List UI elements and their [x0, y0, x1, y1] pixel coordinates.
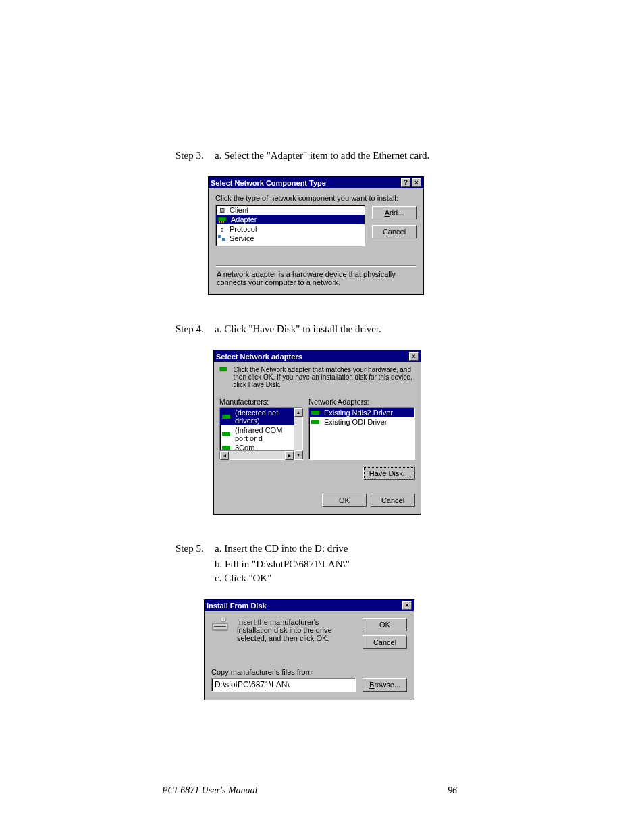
- dialog-select-component-type: Select Network Component Type ? × Click …: [208, 176, 424, 295]
- svg-rect-17: [311, 420, 319, 424]
- list-item-service[interactable]: Service: [216, 234, 365, 243]
- step-4-a: a. Click "Have Disk" to install the driv…: [215, 322, 486, 336]
- list-item-protocol[interactable]: Protocol: [216, 224, 365, 234]
- service-icon: [217, 234, 227, 242]
- step-5-label: Step 5.: [176, 542, 215, 556]
- protocol-icon: [217, 225, 227, 233]
- svg-rect-12: [222, 432, 230, 436]
- svg-point-21: [223, 619, 224, 620]
- step-3: Step 3. a. Select the "Adapter" item to …: [176, 149, 486, 163]
- dlg2-instruction: Click the Network adapter that matches y…: [233, 366, 415, 388]
- step-5-b: b. Fill in "D:\slotPC\6871\LAN\": [215, 557, 486, 571]
- list-item-client-label: Client: [230, 206, 248, 214]
- disk-drive-icon: [211, 618, 230, 634]
- dlg1-description: A network adapter is a hardware device t…: [215, 265, 417, 288]
- svg-rect-4: [218, 235, 221, 238]
- scrollbar-horizontal[interactable]: ◂ ▸: [220, 450, 294, 459]
- adapter-icon: [221, 444, 232, 450]
- dlg3-instruction: Insert the manufacturer's installation d…: [237, 618, 356, 649]
- dlg1-title: Select Network Component Type: [211, 179, 326, 187]
- list-item-client[interactable]: Client: [216, 205, 365, 215]
- ok-button[interactable]: OK: [322, 494, 367, 507]
- add-button[interactable]: Add...: [372, 206, 417, 219]
- scroll-down-icon[interactable]: ▾: [294, 450, 303, 459]
- copy-from-label: Copy manufacturer's files from:: [211, 668, 356, 676]
- cancel-button[interactable]: Cancel: [372, 225, 417, 238]
- list-item[interactable]: Existing ODI Driver: [309, 417, 414, 427]
- svg-rect-16: [311, 411, 319, 415]
- svg-rect-9: [223, 371, 224, 372]
- footer-page-number: 96: [432, 785, 473, 796]
- dialog-install-from-disk: Install From Disk × Insert the manufactu…: [204, 599, 414, 700]
- manufacturers-list[interactable]: (detected net drivers) (Infrared COM por…: [219, 407, 303, 460]
- adapter-icon: [311, 418, 321, 426]
- step-5: Step 5. a. Insert the CD into the D: dri…: [176, 542, 486, 556]
- manufacturers-label: Manufacturers:: [219, 398, 303, 406]
- list-item-protocol-label: Protocol: [230, 225, 257, 233]
- page-footer: PCI-6871 User's Manual 96: [162, 785, 473, 796]
- cancel-button[interactable]: Cancel: [371, 494, 415, 507]
- scroll-left-icon[interactable]: ◂: [220, 451, 229, 460]
- help-icon[interactable]: ?: [401, 178, 410, 187]
- dlg3-title: Install From Disk: [207, 602, 267, 610]
- list-item[interactable]: (detected net drivers): [220, 408, 294, 425]
- svg-rect-7: [221, 371, 221, 372]
- svg-rect-10: [225, 371, 225, 372]
- list-item-adapter[interactable]: Adapter: [216, 215, 365, 224]
- svg-rect-11: [222, 415, 230, 419]
- cancel-button[interactable]: Cancel: [363, 635, 407, 649]
- list-item-adapter-label: Adapter: [231, 215, 257, 224]
- scrollbar-vertical[interactable]: ▴ ▾: [294, 408, 302, 459]
- step-3-a: a. Select the "Adapter" item to add the …: [215, 149, 486, 163]
- close-icon[interactable]: ×: [412, 178, 421, 187]
- svg-rect-8: [222, 371, 223, 372]
- dlg1-instruction: Click the type of network component you …: [215, 194, 417, 202]
- scroll-up-icon[interactable]: ▴: [294, 408, 303, 417]
- list-item[interactable]: Existing Ndis2 Driver: [309, 408, 414, 417]
- scroll-right-icon[interactable]: ▸: [285, 451, 294, 460]
- ok-button[interactable]: OK: [363, 618, 407, 631]
- list-item[interactable]: (Infrared COM port or d: [220, 425, 294, 443]
- svg-rect-5: [222, 238, 225, 241]
- have-disk-button[interactable]: Have Disk...: [363, 467, 415, 480]
- step-4-label: Step 4.: [176, 322, 215, 336]
- svg-rect-6: [220, 367, 227, 371]
- step-5-c: c. Click "OK": [215, 571, 486, 585]
- browse-button[interactable]: Browse...: [363, 678, 407, 692]
- adapter-icon: [221, 430, 232, 438]
- adapter-icon: [217, 215, 228, 224]
- dlg2-title: Select Network adapters: [216, 353, 302, 361]
- step-4: Step 4. a. Click "Have Disk" to install …: [176, 322, 486, 336]
- dlg1-titlebar[interactable]: Select Network Component Type ? ×: [209, 177, 423, 188]
- svg-rect-0: [218, 217, 226, 221]
- client-icon: [217, 206, 227, 214]
- adapters-label: Network Adapters:: [308, 398, 415, 406]
- close-icon[interactable]: ×: [402, 601, 412, 610]
- list-item-service-label: Service: [230, 234, 254, 242]
- list-item[interactable]: 3Com: [220, 443, 294, 450]
- step-3-label: Step 3.: [176, 149, 215, 163]
- close-icon[interactable]: ×: [409, 352, 419, 361]
- footer-manual: PCI-6871 User's Manual: [162, 785, 432, 796]
- step-5-a: a. Insert the CD into the D: drive: [215, 542, 486, 556]
- svg-rect-2: [221, 221, 222, 223]
- adapter-icon: [311, 409, 321, 417]
- dlg3-titlebar[interactable]: Install From Disk ×: [205, 600, 414, 611]
- path-input[interactable]: D:\slotPC\6871\LAN\: [211, 678, 356, 692]
- component-type-list[interactable]: Client Adapter Protocol: [215, 205, 365, 246]
- svg-rect-19: [214, 626, 226, 627]
- svg-rect-1: [219, 221, 220, 223]
- svg-rect-13: [222, 446, 230, 450]
- svg-rect-3: [223, 221, 224, 223]
- dlg2-titlebar[interactable]: Select Network adapters ×: [214, 350, 421, 362]
- dialog-select-network-adapters: Select Network adapters × Click the Netw…: [213, 350, 421, 515]
- adapter-card-icon: [219, 366, 227, 382]
- adapter-icon: [221, 413, 232, 421]
- adapters-list[interactable]: Existing Ndis2 Driver Existing ODI Drive…: [308, 407, 415, 460]
